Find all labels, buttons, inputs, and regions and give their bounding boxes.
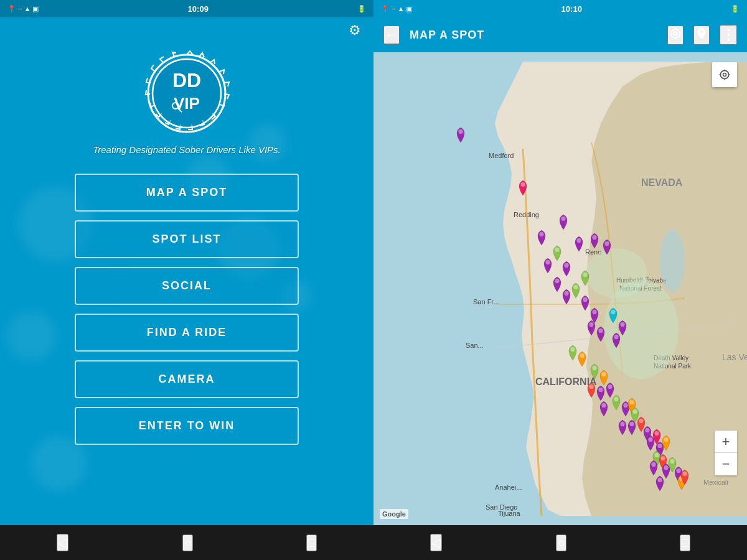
- status-icons-left: 📍 − ▲ ▣: [7, 5, 39, 13]
- battery-right: 🔋: [731, 5, 740, 13]
- map-container[interactable]: NEVADA CALIFORNIA Medford Redding Reno S…: [374, 52, 747, 525]
- svg-point-35: [520, 182, 525, 187]
- svg-point-82: [682, 472, 687, 476]
- svg-point-48: [583, 297, 587, 302]
- logo-badge: DD VIP: [143, 50, 230, 137]
- svg-point-50: [589, 322, 593, 327]
- svg-point-46: [564, 291, 568, 296]
- home-nav-left[interactable]: ○: [182, 534, 192, 551]
- svg-point-76: [660, 456, 665, 460]
- svg-point-41: [564, 263, 568, 268]
- google-logo: Google: [380, 509, 408, 519]
- map-locate-button[interactable]: [712, 62, 737, 87]
- svg-point-56: [580, 353, 584, 358]
- right-screen: 📍 − ▲ ▣ 10:10 🔋 ← MAP A SPOT: [374, 0, 747, 560]
- back-nav-right[interactable]: ◁: [430, 534, 442, 551]
- svg-point-44: [583, 273, 587, 277]
- svg-point-84: [723, 73, 726, 77]
- zoom-in-button[interactable]: +: [715, 431, 737, 453]
- find-a-ride-button[interactable]: FIND A RIDE: [75, 314, 299, 352]
- svg-point-55: [570, 347, 575, 352]
- camera-button[interactable]: CAMERA: [75, 360, 299, 398]
- spot-list-button[interactable]: SPOT LIST: [75, 220, 299, 258]
- svg-point-36: [561, 217, 565, 221]
- svg-point-37: [539, 232, 543, 236]
- buttons-area: MAP A SPOT SPOT LIST SOCIAL FIND A RIDE …: [75, 174, 299, 445]
- svg-point-54: [614, 335, 618, 339]
- svg-point-53: [620, 322, 624, 327]
- svg-point-59: [589, 385, 593, 389]
- status-bar-right: 📍 − ▲ ▣ 10:10 🔋: [374, 0, 747, 17]
- map-background: NEVADA CALIFORNIA Medford Redding Reno S…: [374, 52, 747, 525]
- svg-point-66: [632, 409, 637, 414]
- logo-area: DD VIP Treating Designated Sober Drivers…: [93, 50, 281, 155]
- svg-point-78: [664, 465, 668, 470]
- svg-point-60: [598, 388, 603, 392]
- screen-title: MAP A SPOT: [410, 29, 657, 42]
- home-nav-right[interactable]: ○: [556, 534, 566, 551]
- battery-left: 🔋: [357, 5, 366, 13]
- map-pin-icon[interactable]: [693, 26, 710, 45]
- svg-point-77: [651, 462, 655, 467]
- svg-point-39: [555, 248, 559, 252]
- nav-bar-right: ◁ ○ □: [374, 525, 747, 560]
- left-screen: 📍 − ▲ ▣ 10:09 🔋 ⚙: [0, 0, 374, 560]
- recents-nav-right[interactable]: □: [680, 534, 690, 551]
- svg-point-49: [592, 310, 596, 314]
- svg-point-75: [654, 453, 659, 457]
- svg-point-67: [620, 422, 624, 426]
- time-left: 10:09: [188, 4, 209, 14]
- svg-point-64: [623, 403, 627, 408]
- app-bar: ← MAP A SPOT ⋮: [374, 17, 747, 52]
- locate-icon[interactable]: [667, 26, 684, 45]
- svg-point-80: [676, 469, 680, 473]
- app-bar-icons: ⋮: [667, 25, 737, 45]
- svg-point-45: [555, 279, 559, 283]
- svg-point-42: [592, 235, 596, 240]
- enter-to-win-button[interactable]: ENTER TO WIN: [75, 407, 299, 445]
- svg-point-34: [458, 129, 463, 134]
- svg-point-43: [604, 241, 609, 246]
- svg-point-65: [629, 400, 634, 404]
- status-bar-left: 📍 − ▲ ▣ 10:09 🔋: [0, 0, 374, 17]
- settings-button[interactable]: ⚙: [349, 22, 361, 39]
- svg-point-68: [629, 422, 634, 426]
- back-button[interactable]: ←: [383, 26, 400, 44]
- status-icons-right: 📍 − ▲ ▣: [381, 5, 412, 13]
- svg-point-62: [601, 403, 606, 408]
- svg-point-57: [592, 366, 596, 370]
- svg-point-63: [614, 397, 618, 401]
- tagline: Treating Designated Sober Drivers Like V…: [93, 144, 281, 155]
- svg-point-74: [664, 437, 668, 442]
- svg-point-7: [671, 29, 680, 38]
- svg-point-47: [573, 285, 578, 289]
- more-menu-icon[interactable]: ⋮: [720, 25, 737, 45]
- svg-point-6: [674, 32, 677, 35]
- svg-point-70: [645, 428, 649, 432]
- svg-point-58: [601, 372, 606, 376]
- svg-point-73: [657, 444, 662, 448]
- svg-point-61: [608, 385, 612, 389]
- svg-point-83: [657, 478, 662, 482]
- svg-text:DD: DD: [172, 69, 201, 91]
- svg-point-52: [611, 310, 615, 314]
- recents-nav-left[interactable]: □: [306, 534, 316, 551]
- svg-point-79: [670, 459, 674, 464]
- svg-point-72: [654, 431, 659, 436]
- svg-point-71: [648, 437, 652, 442]
- svg-point-51: [598, 329, 603, 333]
- svg-point-38: [576, 238, 581, 243]
- social-button[interactable]: SOCIAL: [75, 267, 299, 305]
- zoom-out-button[interactable]: −: [715, 453, 737, 475]
- back-nav-left[interactable]: ◁: [57, 534, 68, 551]
- svg-point-69: [639, 419, 643, 423]
- zoom-controls: + −: [715, 431, 737, 475]
- settings-area: ⚙: [0, 17, 374, 44]
- svg-point-85: [720, 70, 728, 78]
- nav-bar-left: ◁ ○ □: [0, 525, 374, 560]
- map-a-spot-button[interactable]: MAP A SPOT: [75, 174, 299, 212]
- svg-point-40: [545, 260, 550, 264]
- time-right: 10:10: [561, 4, 582, 14]
